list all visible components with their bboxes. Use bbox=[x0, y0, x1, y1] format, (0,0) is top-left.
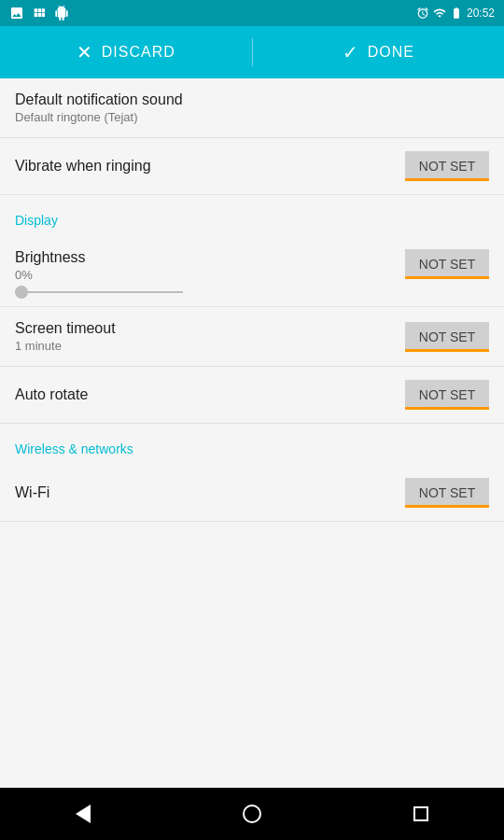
back-button[interactable] bbox=[76, 805, 91, 823]
done-icon: ✓ bbox=[343, 41, 358, 63]
home-button[interactable] bbox=[243, 805, 261, 823]
auto-rotate-label: Auto rotate bbox=[15, 386, 88, 403]
grid-icon bbox=[32, 6, 47, 21]
status-bar-right-icons: 20:52 bbox=[416, 7, 495, 20]
recent-apps-button[interactable] bbox=[413, 806, 428, 821]
auto-rotate-row[interactable]: Auto rotate NOT SET bbox=[0, 367, 504, 424]
alarm-icon bbox=[416, 7, 429, 20]
screen-timeout-sublabel: 1 minute bbox=[15, 339, 116, 353]
screen-timeout-not-set-button[interactable]: NOT SET bbox=[405, 322, 489, 352]
discard-label: DISCARD bbox=[102, 44, 175, 61]
status-bar-left-icons bbox=[9, 6, 69, 21]
vibrate-not-set-button[interactable]: NOT SET bbox=[405, 151, 489, 181]
action-bar: ✕ DISCARD ✓ DONE bbox=[0, 26, 504, 78]
discard-button[interactable]: ✕ DISCARD bbox=[0, 26, 252, 78]
done-button[interactable]: ✓ DONE bbox=[253, 26, 505, 78]
wifi-label: Wi-Fi bbox=[15, 484, 49, 501]
vibrate-row[interactable]: Vibrate when ringing NOT SET bbox=[0, 138, 504, 195]
brightness-row[interactable]: Brightness 0% NOT SET bbox=[0, 236, 504, 307]
brightness-not-set-button[interactable]: NOT SET bbox=[405, 249, 489, 279]
settings-content: Default notification sound Default ringt… bbox=[0, 78, 504, 788]
status-bar: 20:52 bbox=[0, 0, 504, 26]
notification-sound-sublabel: Default ringtone (Tejat) bbox=[15, 110, 489, 124]
display-header-text: Display bbox=[15, 213, 58, 228]
display-section-header: Display bbox=[0, 195, 504, 236]
vibrate-label: Vibrate when ringing bbox=[15, 158, 151, 175]
brightness-slider[interactable] bbox=[15, 291, 183, 293]
screen-timeout-row[interactable]: Screen timeout 1 minute NOT SET bbox=[0, 307, 504, 367]
wifi-row[interactable]: Wi-Fi NOT SET bbox=[0, 465, 504, 522]
navigation-bar bbox=[0, 788, 504, 840]
brightness-sublabel: 0% bbox=[15, 268, 86, 282]
discard-icon: ✕ bbox=[77, 41, 92, 63]
notification-sound-label: Default notification sound bbox=[15, 91, 489, 108]
wireless-section-header: Wireless & networks bbox=[0, 424, 504, 465]
brightness-slider-thumb[interactable] bbox=[15, 286, 28, 299]
brightness-label: Brightness bbox=[15, 249, 86, 266]
wifi-not-set-button[interactable]: NOT SET bbox=[405, 478, 489, 508]
notification-sound-row[interactable]: Default notification sound Default ringt… bbox=[0, 78, 504, 138]
photo-icon bbox=[9, 6, 24, 21]
wireless-header-text: Wireless & networks bbox=[15, 441, 133, 456]
done-label: DONE bbox=[368, 44, 414, 61]
time-display: 20:52 bbox=[467, 7, 495, 20]
signal-icon bbox=[433, 7, 446, 20]
auto-rotate-not-set-button[interactable]: NOT SET bbox=[405, 380, 489, 410]
android-icon bbox=[54, 6, 69, 21]
battery-icon bbox=[450, 7, 463, 20]
screen-timeout-label: Screen timeout bbox=[15, 320, 116, 337]
